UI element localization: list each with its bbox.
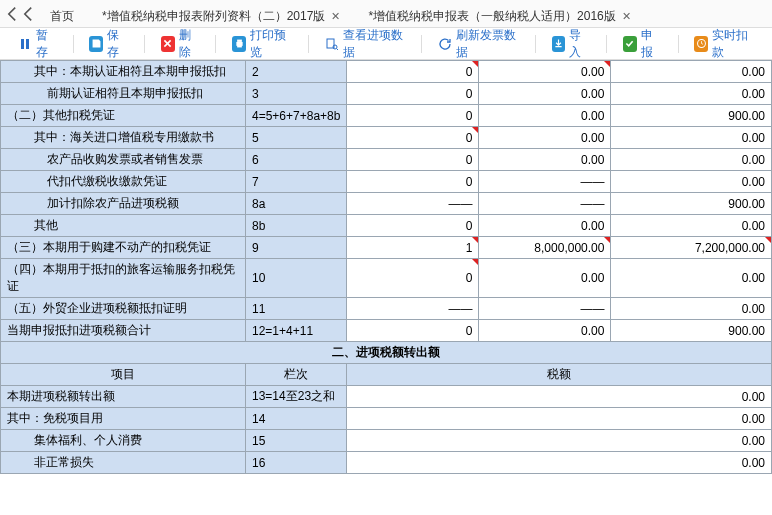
row-label: 集体福利、个人消费 — [1, 430, 246, 452]
row-label: 前期认证相符且本期申报抵扣 — [1, 83, 246, 105]
main-table: 其中：本期认证相符且本期申报抵扣200.000.00 前期认证相符且本期申报抵扣… — [0, 60, 772, 474]
cell-input[interactable]: 0.00 — [347, 452, 772, 474]
cell-input[interactable]: 0.00 — [347, 408, 772, 430]
cell-input[interactable]: 0.00 — [479, 83, 611, 105]
cell-input[interactable]: 0.00 — [479, 61, 611, 83]
table-row: 农产品收购发票或者销售发票600.000.00 — [1, 149, 772, 171]
print-preview-button[interactable]: 打印预览 — [226, 24, 298, 64]
cell-input[interactable]: 900.00 — [611, 105, 772, 127]
cell-input[interactable]: 0.00 — [479, 149, 611, 171]
table-row: 当期申报抵扣进项税额合计12=1+4+1100.00900.00 — [1, 320, 772, 342]
save-button[interactable]: 保存 — [83, 24, 134, 64]
col-header-tax: 税额 — [347, 364, 772, 386]
row-label: 其他 — [1, 215, 246, 237]
cell-input[interactable]: 0 — [347, 127, 479, 149]
table-row: 本期进项税额转出额13=14至23之和0.00 — [1, 386, 772, 408]
row-col-no: 9 — [246, 237, 347, 259]
row-col-no: 13=14至23之和 — [246, 386, 347, 408]
table-row: 集体福利、个人消费150.00 — [1, 430, 772, 452]
cell-input[interactable]: 0.00 — [611, 83, 772, 105]
declare-button[interactable]: 申报 — [617, 24, 668, 64]
svg-rect-1 — [26, 39, 29, 49]
cell-input[interactable]: 0.00 — [347, 430, 772, 452]
row-label: 其中：本期认证相符且本期申报抵扣 — [1, 61, 246, 83]
row-col-no: 7 — [246, 171, 347, 193]
cell-input[interactable]: 0.00 — [479, 215, 611, 237]
svg-rect-3 — [237, 40, 242, 42]
row-label: （二）其他扣税凭证 — [1, 105, 246, 127]
table-row: 非正常损失160.00 — [1, 452, 772, 474]
print-icon — [232, 36, 246, 52]
cell-input[interactable]: 0 — [347, 320, 479, 342]
row-col-no: 3 — [246, 83, 347, 105]
refresh-icon — [438, 36, 452, 52]
row-label: （五）外贸企业进项税额抵扣证明 — [1, 298, 246, 320]
row-col-no: 4=5+6+7+8a+8b — [246, 105, 347, 127]
table-row: 前期认证相符且本期申报抵扣300.000.00 — [1, 83, 772, 105]
cell-input[interactable]: 0.00 — [479, 105, 611, 127]
table-row: 其中：免税项目用140.00 — [1, 408, 772, 430]
view-input-button[interactable]: 查看进项数据 — [319, 24, 412, 64]
cell-input[interactable]: 0.00 — [479, 259, 611, 298]
table-row: （三）本期用于购建不动产的扣税凭证918,000,000.007,200,000… — [1, 237, 772, 259]
table-row: 其中：本期认证相符且本期申报抵扣200.000.00 — [1, 61, 772, 83]
row-col-no: 15 — [246, 430, 347, 452]
check-icon — [623, 36, 637, 52]
cell-input[interactable]: 8,000,000.00 — [479, 237, 611, 259]
cell-input[interactable]: 0 — [347, 105, 479, 127]
row-col-no: 14 — [246, 408, 347, 430]
table-row: 其中：海关进口增值税专用缴款书500.000.00 — [1, 127, 772, 149]
cell-input[interactable]: 0 — [347, 61, 479, 83]
tab-scroll-left-2[interactable] — [20, 6, 36, 22]
row-col-no: 5 — [246, 127, 347, 149]
svg-rect-4 — [237, 45, 242, 47]
cell-input[interactable]: 0 — [347, 83, 479, 105]
search-doc-icon — [325, 36, 339, 52]
delete-button[interactable]: 删除 — [155, 24, 206, 64]
cell-input[interactable]: 0 — [347, 149, 479, 171]
cell-input[interactable]: 0.00 — [611, 259, 772, 298]
cell-input[interactable]: 0.00 — [611, 149, 772, 171]
import-button[interactable]: 导入 — [546, 24, 597, 64]
cell-input[interactable]: —— — [347, 193, 479, 215]
cell-input[interactable]: 0 — [347, 215, 479, 237]
cell-input[interactable]: 0.00 — [479, 127, 611, 149]
cell-input[interactable]: 0.00 — [611, 127, 772, 149]
cell-input[interactable]: 900.00 — [611, 320, 772, 342]
row-col-no: 16 — [246, 452, 347, 474]
cell-input[interactable]: 0 — [347, 171, 479, 193]
cell-input[interactable]: 0.00 — [611, 298, 772, 320]
row-label: 加计扣除农产品进项税额 — [1, 193, 246, 215]
cell-input[interactable]: —— — [479, 171, 611, 193]
cell-input[interactable]: 0.00 — [611, 61, 772, 83]
row-label: 非正常损失 — [1, 452, 246, 474]
table-row: （五）外贸企业进项税额抵扣证明11————0.00 — [1, 298, 772, 320]
cell-input[interactable]: 900.00 — [611, 193, 772, 215]
cell-input[interactable]: —— — [347, 298, 479, 320]
cell-input[interactable]: —— — [479, 298, 611, 320]
refresh-invoice-button[interactable]: 刷新发票数据 — [432, 24, 525, 64]
cell-input[interactable]: 0.00 — [611, 171, 772, 193]
cell-input[interactable]: —— — [479, 193, 611, 215]
cell-input[interactable]: 0.00 — [479, 320, 611, 342]
row-col-no: 11 — [246, 298, 347, 320]
temp-save-button[interactable]: 暂存 — [12, 24, 63, 64]
cell-input[interactable]: 0.00 — [347, 386, 772, 408]
tab-scroll-left[interactable] — [4, 6, 20, 22]
row-col-no: 6 — [246, 149, 347, 171]
realtime-deduct-button[interactable]: 实时扣款 — [688, 24, 760, 64]
col-header-item: 项目 — [1, 364, 246, 386]
row-col-no: 2 — [246, 61, 347, 83]
row-label: 当期申报抵扣进项税额合计 — [1, 320, 246, 342]
cell-input[interactable]: 0.00 — [611, 215, 772, 237]
row-label: 本期进项税额转出额 — [1, 386, 246, 408]
import-icon — [552, 36, 566, 52]
col-header-no: 栏次 — [246, 364, 347, 386]
cell-input[interactable]: 1 — [347, 237, 479, 259]
cell-input[interactable]: 7,200,000.00 — [611, 237, 772, 259]
cell-input[interactable]: 0 — [347, 259, 479, 298]
row-label: 代扣代缴税收缴款凭证 — [1, 171, 246, 193]
row-label: 其中：免税项目用 — [1, 408, 246, 430]
row-label: （三）本期用于购建不动产的扣税凭证 — [1, 237, 246, 259]
table-row: 代扣代缴税收缴款凭证70——0.00 — [1, 171, 772, 193]
